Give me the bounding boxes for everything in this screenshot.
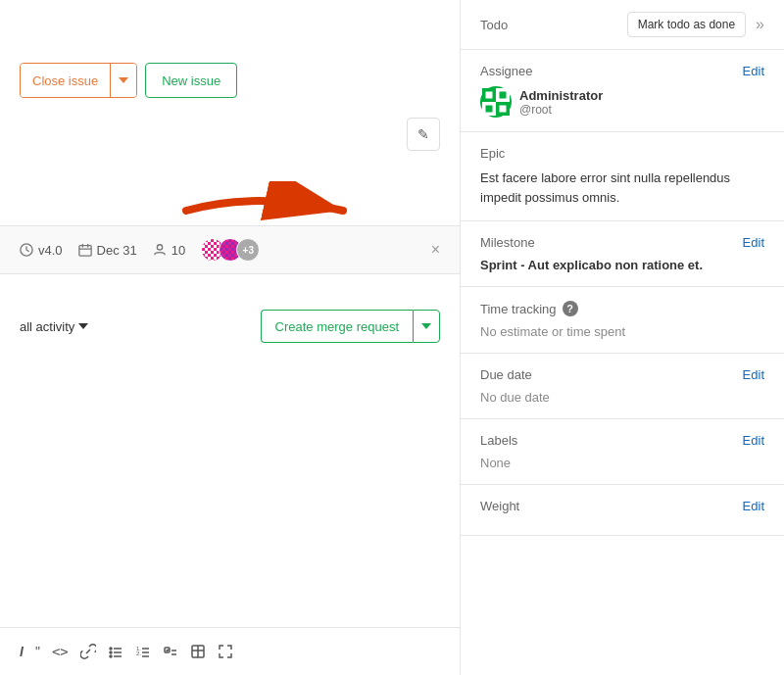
todo-label: Todo	[480, 18, 617, 32]
time-tracking-section: Time tracking ? No estimate or time spen…	[461, 287, 784, 354]
avatars-group: +3	[201, 238, 260, 262]
version-label: v4.0	[38, 243, 63, 258]
assignee-handle: @root	[519, 103, 603, 117]
quote-button[interactable]: "	[35, 644, 40, 659]
numbered-list-button[interactable]: 1.2.	[135, 644, 151, 659]
link-button[interactable]	[80, 644, 96, 659]
mark-todo-done-button[interactable]: Mark todo as done	[627, 12, 746, 37]
count-label: 10	[172, 243, 185, 258]
svg-rect-2	[78, 246, 90, 257]
due-date-header: Due date Edit	[480, 367, 764, 382]
labels-header: Labels Edit	[480, 433, 764, 448]
activity-filter-label: all activity	[20, 319, 74, 334]
svg-point-6	[110, 655, 112, 657]
close-issue-dropdown[interactable]	[110, 64, 136, 97]
version-meta: v4.0	[20, 243, 63, 258]
code-button[interactable]: <>	[52, 644, 69, 659]
assignee-details: Administrator @root	[519, 88, 603, 117]
svg-point-5	[110, 651, 112, 653]
assignee-avatar	[480, 86, 512, 118]
svg-rect-25	[486, 92, 493, 99]
activity-chevron-icon	[78, 323, 88, 329]
create-merge-dropdown[interactable]	[413, 310, 440, 343]
edit-icon-row: ✎	[0, 118, 460, 167]
labels-label: Labels	[480, 433, 517, 448]
labels-edit-button[interactable]: Edit	[743, 433, 764, 448]
chevron-down-icon	[119, 77, 128, 83]
weight-header: Weight Edit	[480, 499, 764, 513]
due-date-edit-button[interactable]: Edit	[743, 367, 764, 382]
weight-edit-button[interactable]: Edit	[743, 499, 764, 513]
clock-icon	[20, 243, 33, 257]
time-tracking-no-value: No estimate or time spent	[480, 324, 764, 339]
todo-section: Todo Mark todo as done »	[461, 0, 784, 50]
activity-row: all activity Create merge request	[0, 294, 460, 359]
time-tracking-header: Time tracking ?	[480, 301, 764, 316]
milestone-edit-button[interactable]: Edit	[743, 235, 764, 250]
close-issue-button[interactable]: Close issue	[21, 64, 110, 97]
task-list-button[interactable]	[163, 644, 178, 659]
epic-text: Est facere labore error sint nulla repel…	[480, 169, 764, 207]
epic-section: Epic Est facere labore error sint nulla …	[461, 132, 784, 221]
milestone-value: Sprint - Aut explicabo non ratione et.	[480, 258, 764, 272]
weight-label: Weight	[480, 499, 519, 513]
edit-description-button[interactable]: ✎	[407, 118, 440, 151]
assignee-edit-button[interactable]: Edit	[743, 64, 764, 78]
date-meta: Dec 31	[78, 243, 137, 258]
milestone-label: Milestone	[480, 235, 535, 250]
svg-rect-27	[486, 106, 493, 113]
time-tracking-label-group: Time tracking ?	[480, 301, 578, 316]
create-merge-request-button[interactable]: Create merge request	[261, 310, 413, 343]
svg-rect-26	[500, 92, 507, 99]
assignee-label: Assignee	[480, 64, 532, 78]
milestone-section: Milestone Edit Sprint - Aut explicabo no…	[461, 221, 784, 287]
weight-section: Weight Edit	[461, 485, 784, 536]
date-label: Dec 31	[97, 243, 137, 258]
calendar-icon	[78, 243, 92, 257]
due-date-label: Due date	[480, 367, 532, 382]
time-tracking-label: Time tracking	[480, 302, 557, 316]
avatar-plus: +3	[236, 238, 260, 262]
help-icon[interactable]: ?	[563, 301, 578, 316]
new-issue-button[interactable]: New issue	[145, 63, 237, 98]
due-date-no-value: No due date	[480, 390, 764, 405]
italic-button[interactable]: I	[20, 644, 24, 659]
assignee-avatar-icon	[482, 88, 510, 116]
activity-filter[interactable]: all activity	[20, 319, 88, 334]
labels-section: Labels Edit None	[461, 419, 784, 485]
count-meta: 10	[153, 243, 185, 258]
epic-label: Epic	[480, 146, 505, 161]
meta-row: v4.0 Dec 31 10 +3 ×	[0, 225, 460, 274]
table-button[interactable]	[190, 644, 206, 659]
svg-point-3	[157, 245, 162, 250]
epic-header: Epic	[480, 146, 764, 161]
milestone-header: Milestone Edit	[480, 235, 764, 250]
bullet-list-button[interactable]	[108, 644, 123, 659]
svg-point-4	[110, 648, 112, 650]
labels-no-value: None	[480, 456, 764, 470]
left-panel: Close issue New issue ✎ v4.0	[0, 0, 461, 675]
merge-chevron-icon	[421, 323, 431, 329]
svg-rect-28	[500, 106, 507, 113]
create-merge-button-group: Create merge request	[261, 310, 440, 343]
assignee-section: Assignee Edit Administrator @root	[461, 50, 784, 132]
right-panel: Todo Mark todo as done » Assignee Edit	[461, 0, 784, 675]
person-icon	[153, 243, 167, 257]
button-row: Close issue New issue	[0, 0, 460, 118]
due-date-section: Due date Edit No due date	[461, 354, 784, 419]
assignee-name: Administrator	[519, 88, 603, 103]
editor-toolbar: I " <> 1.2.	[0, 627, 460, 675]
svg-text:2.: 2.	[136, 651, 141, 656]
assignee-header: Assignee Edit	[480, 64, 764, 78]
todo-arrow[interactable]: »	[756, 16, 764, 33]
close-meta-button[interactable]: ×	[431, 241, 440, 259]
fullscreen-button[interactable]	[218, 644, 233, 659]
close-issue-button-group: Close issue	[20, 63, 137, 98]
assignee-info: Administrator @root	[480, 86, 764, 118]
pencil-icon: ✎	[417, 126, 429, 142]
